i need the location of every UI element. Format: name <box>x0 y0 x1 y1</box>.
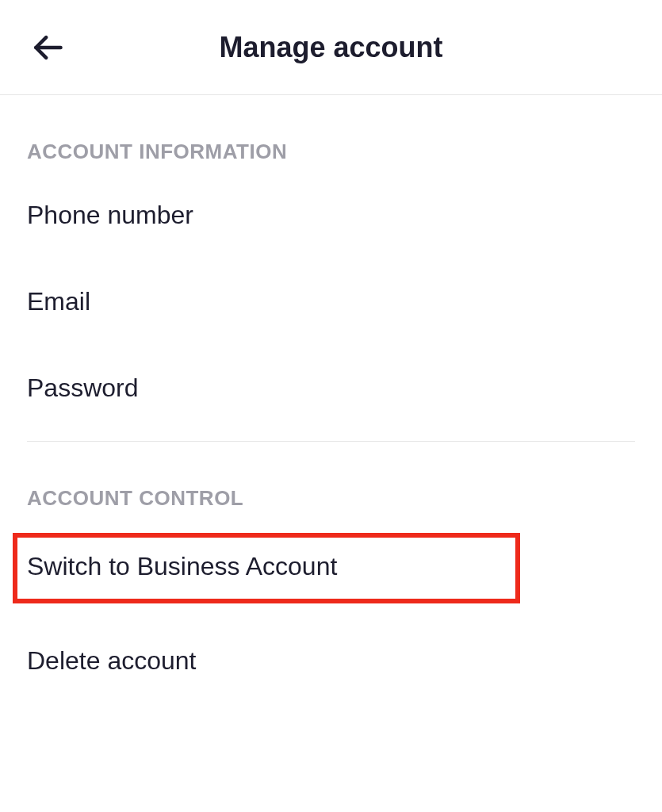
list-item-label: Email <box>27 287 90 316</box>
list-item-label: Switch to Business Account <box>27 552 337 580</box>
list-item-email[interactable]: Email <box>27 259 635 345</box>
page-title: Manage account <box>24 31 638 64</box>
content: ACCOUNT INFORMATION Phone number Email P… <box>0 95 662 704</box>
section-header-account-information: ACCOUNT INFORMATION <box>27 95 635 172</box>
list-item-label: Delete account <box>27 646 196 675</box>
back-button[interactable] <box>24 24 71 71</box>
section-header-account-control: ACCOUNT CONTROL <box>27 442 635 519</box>
arrow-left-icon <box>30 30 65 65</box>
list-item-label: Password <box>27 373 139 402</box>
list-item-delete-account[interactable]: Delete account <box>27 618 635 704</box>
list-item-phone-number[interactable]: Phone number <box>27 172 635 259</box>
list-item-password[interactable]: Password <box>27 345 635 431</box>
list-item-label: Phone number <box>27 201 193 229</box>
list-item-switch-business[interactable]: Switch to Business Account <box>13 533 520 603</box>
header: Manage account <box>0 0 662 95</box>
